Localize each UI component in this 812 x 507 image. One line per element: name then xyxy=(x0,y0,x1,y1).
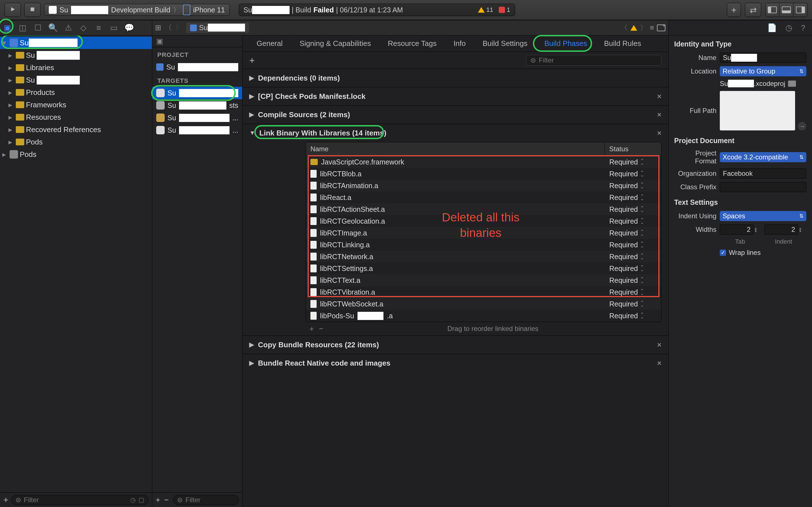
find-navigator-icon[interactable]: 🔍 xyxy=(48,23,58,33)
indent-width-stepper[interactable]: 2▴▾ xyxy=(764,224,806,235)
tree-item[interactable]: ▸Pods xyxy=(0,136,152,148)
toggle-left-pane[interactable] xyxy=(765,3,779,17)
library-row[interactable]: libRCTImage.aRequired⌃⌄ xyxy=(306,227,661,239)
tab-width-stepper[interactable]: 2▴▾ xyxy=(720,224,762,235)
col-name[interactable]: Name xyxy=(306,142,605,156)
related-items-icon[interactable]: ⊞ xyxy=(155,23,161,32)
tab-signing-capabilities[interactable]: Signing & Capabilities xyxy=(291,36,379,52)
status-updown-icon[interactable]: ⌃⌄ xyxy=(640,219,644,223)
add-library-button[interactable]: + xyxy=(310,325,314,333)
library-row[interactable]: libRCTText.aRequired⌃⌄ xyxy=(306,274,661,286)
library-row[interactable]: libRCTBlob.aRequired⌃⌄ xyxy=(306,168,661,180)
tree-item[interactable]: ▸Sux xyxy=(0,74,152,86)
stop-button[interactable] xyxy=(24,3,41,17)
disclosure-icon[interactable]: ▶ xyxy=(249,111,254,118)
report-navigator-icon[interactable]: 💬 xyxy=(124,23,134,33)
status-updown-icon[interactable]: ⌃⌄ xyxy=(640,183,644,188)
remove-phase-button[interactable]: × xyxy=(657,341,661,349)
status-updown-icon[interactable]: ⌃⌄ xyxy=(640,160,644,164)
run-button[interactable] xyxy=(4,3,21,17)
remove-phase-button[interactable]: × xyxy=(657,92,661,101)
tree-item[interactable]: ▸Sux xyxy=(0,49,152,61)
chevron-left-icon[interactable]: 〈 xyxy=(620,23,627,33)
phase-header[interactable]: ▶Bundle React Native code and images× xyxy=(249,354,661,372)
col-status[interactable]: Status xyxy=(605,142,661,156)
indent-using-select[interactable]: Spaces⇅ xyxy=(720,211,806,221)
phase-header[interactable]: ▶Compile Sources (2 items)× xyxy=(249,106,661,124)
disclosure-icon[interactable]: ▸ xyxy=(8,101,14,109)
disclosure-icon[interactable]: ▸ xyxy=(2,150,8,159)
disclosure-icon[interactable]: ▸ xyxy=(8,138,14,147)
stepper-icon[interactable]: ▴▾ xyxy=(755,227,762,232)
disclosure-icon[interactable]: ▶ xyxy=(249,341,254,348)
disclosure-icon[interactable]: ▸ xyxy=(8,51,14,60)
library-row[interactable]: libRCTNetwork.aRequired⌃⌄ xyxy=(306,251,661,263)
library-row[interactable]: libRCTGeolocation.aRequired⌃⌄ xyxy=(306,215,661,227)
remove-phase-button[interactable]: × xyxy=(657,129,661,137)
name-field[interactable]: Sux xyxy=(720,53,806,63)
disclosure-icon[interactable]: ▸ xyxy=(8,125,14,134)
disclosure-icon[interactable]: ▸ xyxy=(8,113,14,122)
scm-filter-icon[interactable]: ▢ xyxy=(139,496,144,504)
back-button[interactable]: 〈 xyxy=(165,23,172,33)
target-row[interactable]: Sux... xyxy=(152,124,242,136)
tree-item[interactable]: ▸Frameworks xyxy=(0,99,152,111)
stepper-icon[interactable]: ▴▾ xyxy=(799,227,806,232)
source-control-navigator-icon[interactable]: ◫ xyxy=(17,23,28,33)
library-row[interactable]: libRCTLinking.aRequired⌃⌄ xyxy=(306,239,661,251)
disclosure-icon[interactable]: ▸ xyxy=(8,63,14,72)
project-row[interactable]: Sux xyxy=(152,61,242,73)
activity-status-bar[interactable]: Sux | Build Failed | 06/12/19 at 1:23 AM… xyxy=(239,4,515,16)
tree-item[interactable]: ▸Products xyxy=(0,86,152,99)
status-updown-icon[interactable]: ⌃⌄ xyxy=(640,231,644,235)
document-outline-icon[interactable]: ▣ xyxy=(152,36,242,47)
debug-navigator-icon[interactable]: ≡ xyxy=(94,23,104,33)
status-updown-icon[interactable]: ⌃⌄ xyxy=(640,242,644,247)
status-updown-icon[interactable]: ⌃⌄ xyxy=(640,278,644,283)
status-updown-icon[interactable]: ⌃⌄ xyxy=(640,302,644,306)
library-row[interactable]: libRCTActionSheet.aRequired⌃⌄ xyxy=(306,203,661,215)
status-updown-icon[interactable]: ⌃⌄ xyxy=(640,195,644,200)
library-row[interactable]: libRCTWebSocket.aRequired⌃⌄ xyxy=(306,298,661,310)
recent-filter-icon[interactable]: ◷ xyxy=(130,496,136,504)
wrap-lines-checkbox[interactable]: ✓ xyxy=(720,249,726,256)
help-inspector-tab-icon[interactable]: ? xyxy=(801,23,805,33)
status-updown-icon[interactable]: ⌃⌄ xyxy=(640,207,644,212)
forward-button[interactable]: 〉 xyxy=(175,23,183,33)
target-row[interactable]: Sux... xyxy=(152,112,242,124)
tree-root[interactable]: ▾ Sux xyxy=(0,37,152,49)
tab-general[interactable]: General xyxy=(248,36,291,52)
library-row[interactable]: libPods-Sux.aRequired⌃⌄ xyxy=(306,310,661,322)
status-updown-icon[interactable]: ⌃⌄ xyxy=(640,290,644,294)
library-row[interactable]: libRCTAnimation.aRequired⌃⌄ xyxy=(306,180,661,191)
add-file-button[interactable]: + xyxy=(3,495,8,505)
tab-build-settings[interactable]: Build Settings xyxy=(474,36,536,52)
disclosure-icon[interactable]: ▼ xyxy=(249,129,255,136)
status-updown-icon[interactable]: ⌃⌄ xyxy=(640,314,644,318)
code-review-button[interactable]: ⇄ xyxy=(745,3,761,17)
class-prefix-field[interactable] xyxy=(720,182,806,192)
add-editor-pane-icon[interactable] xyxy=(657,24,665,31)
add-phase-button[interactable]: + xyxy=(249,55,255,66)
phase-header[interactable]: ▶[CP] Check Pods Manifest.lock× xyxy=(249,87,661,105)
project-tree[interactable]: ▾ Sux ▸Sux▸Libraries▸Sux▸Products▸Framew… xyxy=(0,36,152,492)
disclosure-icon[interactable]: ▶ xyxy=(249,74,254,82)
disclosure-icon[interactable]: ▸ xyxy=(8,76,14,84)
disclosure-icon[interactable]: ▾ xyxy=(2,39,8,47)
issue-navigator-icon[interactable]: ⚠ xyxy=(63,23,73,33)
target-row[interactable]: Suxsts xyxy=(152,99,242,112)
project-navigator-icon[interactable]: ▣ xyxy=(2,23,12,33)
warning-icon[interactable] xyxy=(630,25,637,31)
targets-filter[interactable]: ⊜ Filter xyxy=(173,495,239,505)
scheme-selector[interactable]: SuxDevelopment Build 〉 iPhone 11 xyxy=(44,4,230,16)
jump-bar-crumb[interactable]: Sux xyxy=(186,22,249,33)
remove-target-button[interactable]: − xyxy=(164,496,168,504)
toggle-bottom-pane[interactable] xyxy=(779,3,794,17)
tab-info[interactable]: Info xyxy=(445,36,474,52)
history-inspector-tab-icon[interactable]: ◷ xyxy=(785,23,792,33)
test-navigator-icon[interactable]: ◇ xyxy=(79,23,89,33)
phases-filter[interactable]: ⊜ Filter xyxy=(526,55,661,66)
tree-item[interactable]: ▸Libraries xyxy=(0,61,152,74)
warnings-badge[interactable]: 11 xyxy=(478,6,493,13)
tab-resource-tags[interactable]: Resource Tags xyxy=(379,36,445,52)
